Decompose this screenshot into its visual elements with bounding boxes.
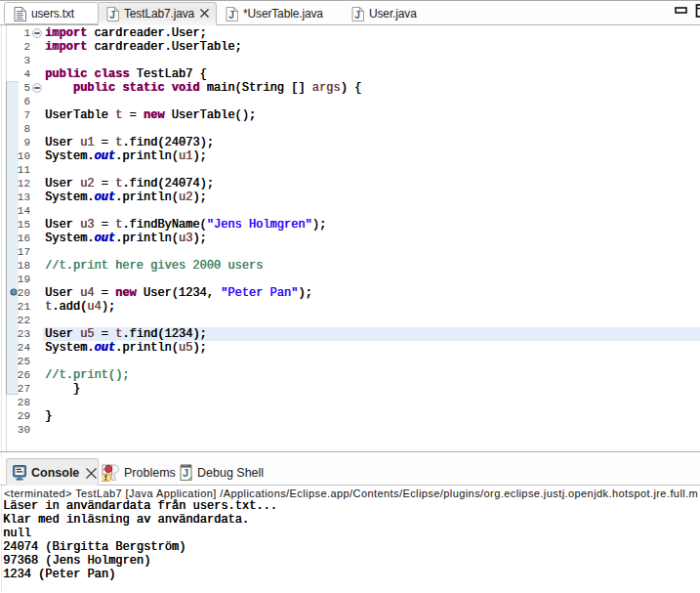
svg-text:J: J [354, 10, 360, 21]
svg-text:J: J [109, 10, 115, 21]
svg-text:J: J [183, 467, 188, 479]
svg-text:J: J [228, 10, 234, 21]
